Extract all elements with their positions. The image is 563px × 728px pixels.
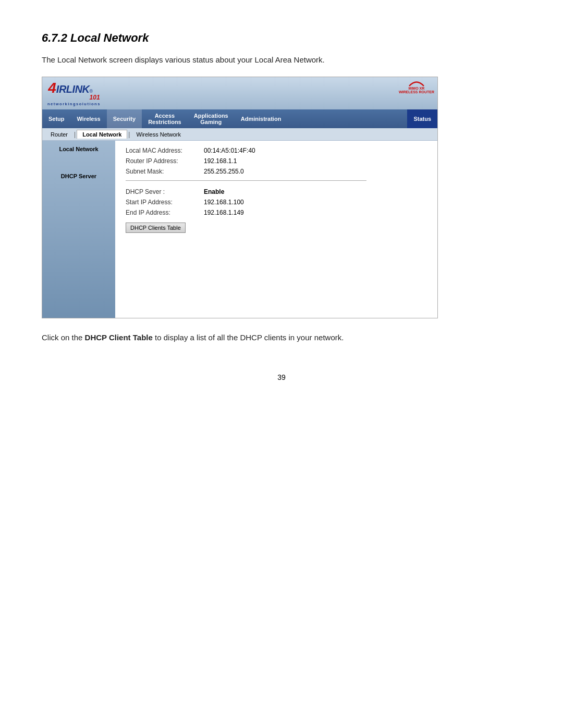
page-title: 6.7.2 Local Network — [42, 31, 521, 45]
footer-text: Click on the DHCP Client Table to displa… — [42, 333, 521, 342]
router-ip-label: Router IP Address: — [126, 157, 204, 165]
dhcp-clients-table-button[interactable]: DHCP Clients Table — [126, 223, 186, 233]
mimo-line1: MIMO XR — [409, 87, 425, 90]
mimo-swoosh-icon — [408, 79, 425, 87]
mac-address-row: Local MAC Address: 00:14:A5:01:4F:40 — [126, 147, 427, 154]
mimo-line2: WIRELESS ROUTER — [399, 90, 434, 94]
section-divider — [126, 180, 366, 181]
nav-applications[interactable]: Applications Gaming — [188, 109, 235, 128]
nav-security[interactable]: Security — [107, 109, 142, 128]
logo-irlink: IRLINK — [56, 83, 90, 95]
subnav-divider1: | — [73, 131, 77, 138]
mimo-badge: MIMO XR WIRELESS ROUTER — [399, 79, 434, 94]
nav-wireless[interactable]: Wireless — [71, 109, 107, 128]
nav-bar: Setup Wireless Security Access Restricti… — [42, 109, 437, 128]
subnav-local-network[interactable]: Local Network — [77, 130, 127, 139]
subnet-mask-row: Subnet Mask: 255.255.255.0 — [126, 168, 427, 175]
nav-setup[interactable]: Setup — [42, 109, 71, 128]
local-network-group: Local MAC Address: 00:14:A5:01:4F:40 Rou… — [126, 147, 427, 175]
mac-address-value: 00:14:A5:01:4F:40 — [204, 147, 255, 154]
subnav-router[interactable]: Router — [45, 130, 73, 139]
router-banner: 4 IRLINK ® 101 networkingsolutions MIMO … — [42, 77, 437, 109]
dhcp-sever-value: Enable — [204, 188, 224, 195]
subnav-divider2: | — [127, 131, 131, 138]
dhcp-sever-label: DHCP Sever : — [126, 188, 204, 195]
start-ip-value: 192.168.1.100 — [204, 199, 244, 206]
router-ip-value: 192.168.1.1 — [204, 157, 237, 165]
sidebar-local-network: Local Network — [45, 146, 112, 152]
end-ip-label: End IP Address: — [126, 209, 204, 216]
end-ip-row: End IP Address: 192.168.1.149 — [126, 209, 427, 216]
intro-text: The Local Network screen displays variou… — [42, 55, 521, 64]
logo-101: 101 — [90, 94, 100, 101]
dhcp-group: DHCP Sever : Enable Start IP Address: 19… — [126, 188, 427, 233]
logo-four: 4 — [48, 81, 56, 95]
sidebar-dhcp-server: DHCP Server — [45, 173, 112, 179]
subnet-mask-value: 255.255.255.0 — [204, 168, 244, 175]
start-ip-label: Start IP Address: — [126, 199, 204, 206]
mac-address-label: Local MAC Address: — [126, 147, 204, 154]
router-logo: 4 IRLINK ® 101 networkingsolutions — [47, 81, 101, 106]
footer-bold: DHCP Client Table — [85, 333, 153, 342]
logo-networking: networkingsolutions — [47, 102, 101, 106]
nav-status[interactable]: Status — [407, 109, 437, 128]
page-number: 39 — [42, 373, 521, 381]
nav-access[interactable]: Access Restrictions — [142, 109, 188, 128]
content-area: Local MAC Address: 00:14:A5:01:4F:40 Rou… — [115, 141, 437, 318]
sidebar: Local Network DHCP Server — [42, 141, 115, 318]
end-ip-value: 192.168.1.149 — [204, 209, 244, 216]
page-container: 6.7.2 Local Network The Local Network sc… — [42, 31, 521, 381]
router-ip-row: Router IP Address: 192.168.1.1 — [126, 157, 427, 165]
sub-nav: Router | Local Network | Wireless Networ… — [42, 128, 437, 141]
start-ip-row: Start IP Address: 192.168.1.100 — [126, 199, 427, 206]
nav-administration[interactable]: Administration — [235, 109, 288, 128]
dhcp-sever-row: DHCP Sever : Enable — [126, 188, 427, 195]
main-area: Local Network DHCP Server Local MAC Addr… — [42, 141, 437, 318]
subnet-mask-label: Subnet Mask: — [126, 168, 204, 175]
logo-star: ® — [90, 89, 93, 94]
subnav-wireless-network[interactable]: Wireless Network — [131, 130, 186, 139]
router-ui: 4 IRLINK ® 101 networkingsolutions MIMO … — [42, 77, 438, 318]
